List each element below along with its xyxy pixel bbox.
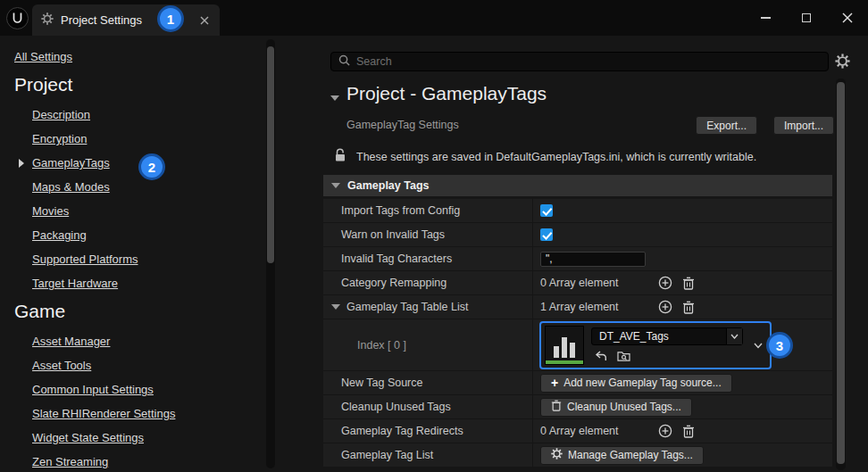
row-index-0: Index [ 0 ] DT_AVE_Tags	[323, 319, 832, 371]
titlebar: Project Settings	[0, 0, 868, 36]
property-label: Invalid Tag Characters	[323, 247, 533, 270]
add-element-icon[interactable]	[657, 299, 673, 315]
close-button[interactable]	[827, 0, 868, 36]
category-label: Gameplay Tags	[347, 179, 429, 192]
search-input[interactable]	[356, 55, 821, 68]
tab-project-settings[interactable]: Project Settings	[32, 4, 220, 36]
import-tags-checkbox[interactable]	[540, 204, 553, 217]
row-invalid-tag-characters: Invalid Tag Characters	[323, 247, 832, 271]
property-label: Gameplay Tag Table List	[346, 301, 468, 313]
sidebar-item-common-input-settings[interactable]: Common Input Settings	[32, 383, 154, 396]
project-settings-icon	[41, 12, 54, 28]
property-label: Category Remapping	[323, 271, 533, 294]
category-gameplay-tags[interactable]: Gameplay Tags	[323, 175, 832, 196]
minimize-button[interactable]	[745, 0, 786, 36]
main-scrollbar[interactable]	[836, 79, 846, 470]
sidebar-scrollbar-thumb[interactable]	[267, 46, 274, 263]
import-button[interactable]: Import...	[773, 116, 834, 135]
annotation-badge-1: 1	[157, 5, 184, 32]
project-settings-window: Project Settings All Settings Project De…	[0, 0, 868, 472]
sidebar-item-zen-streaming[interactable]: Zen Streaming	[32, 455, 108, 468]
gear-icon	[551, 448, 563, 462]
row-new-tag-source: New Tag Source + Add new Gameplay Tag so…	[323, 371, 832, 395]
delete-elements-trash-icon[interactable]	[681, 300, 696, 315]
asset-name: DT_AVE_Tags	[592, 330, 726, 343]
sidebar-item-supported-platforms[interactable]: Supported Platforms	[32, 253, 138, 266]
maximize-button[interactable]	[786, 0, 827, 36]
add-element-icon[interactable]	[657, 275, 673, 291]
row-gameplay-tag-table-list: Gameplay Tag Table List 1 Array element	[323, 295, 832, 319]
sidebar-item-all-settings[interactable]: All Settings	[14, 50, 72, 63]
row-collapse-icon[interactable]	[331, 304, 340, 310]
sidebar-item-maps-modes[interactable]: Maps & Modes	[32, 180, 110, 194]
sidebar-item-description[interactable]: Description	[32, 108, 90, 121]
property-label: Gameplay Tag Redirects	[323, 419, 533, 443]
cleanup-unused-tags-button[interactable]: Cleanup Unused Tags...	[540, 398, 692, 417]
sidebar-item-target-hardware[interactable]: Target Hardware	[32, 277, 118, 290]
sidebar-scrollbar[interactable]	[266, 39, 275, 468]
warn-invalid-tags-checkbox[interactable]	[540, 228, 553, 241]
sidebar-item-widget-state-settings[interactable]: Widget State Settings	[32, 431, 144, 444]
settings-sidebar: All Settings Project Description Encrypt…	[0, 36, 264, 472]
property-label: New Tag Source	[323, 371, 533, 394]
main-scrollbar-thumb[interactable]	[837, 82, 845, 464]
export-button[interactable]: Export...	[696, 116, 757, 135]
manage-gameplay-tags-button[interactable]: Manage Gameplay Tags...	[540, 446, 704, 465]
datatable-thumbnail[interactable]	[545, 326, 584, 365]
page-subtitle: GameplayTag Settings	[346, 119, 459, 131]
sidebar-item-encryption[interactable]: Encryption	[32, 132, 87, 145]
annotation-badge-2: 2	[138, 153, 165, 180]
sidebar-item-packaging[interactable]: Packaging	[32, 228, 87, 242]
property-label: Import Tags from Config	[323, 199, 533, 222]
invalid-tag-characters-input[interactable]	[540, 252, 646, 267]
property-label: Index [ 0 ]	[323, 319, 533, 370]
array-count-text: 0 Array element	[540, 277, 649, 289]
settings-gear-icon[interactable]	[835, 54, 850, 71]
search-bar[interactable]	[330, 52, 829, 71]
add-element-icon[interactable]	[657, 423, 673, 439]
bar-chart-icon	[554, 346, 559, 358]
chevron-down-icon	[726, 328, 742, 344]
row-warn-on-invalid-tags: Warn on Invalid Tags	[323, 223, 832, 247]
datatable-type-strip	[546, 360, 583, 364]
search-icon	[338, 54, 350, 69]
row-cleanup-unused-tags: Cleanup Unused Tags Cleanup Unused Tags.…	[323, 395, 832, 419]
sidebar-item-asset-manager[interactable]: Asset Manager	[32, 335, 110, 348]
section-collapse-icon[interactable]	[330, 95, 339, 101]
settings-main-panel: Project - GameplayTags GameplayTag Setti…	[323, 36, 868, 472]
row-gameplay-tag-redirects: Gameplay Tag Redirects 0 Array element	[323, 419, 832, 443]
asset-select-dropdown[interactable]: DT_AVE_Tags	[591, 327, 743, 345]
property-label: Warn on Invalid Tags	[323, 223, 533, 246]
sidebar-item-gameplaytags[interactable]: GameplayTags	[32, 156, 110, 170]
sidebar-item-slate-rhirenderer-settings[interactable]: Slate RHIRenderer Settings	[32, 407, 175, 420]
delete-elements-trash-icon[interactable]	[681, 424, 696, 439]
row-gameplay-tag-list: Gameplay Tag List Manage Gameplay Tags..…	[323, 443, 832, 468]
property-rows: Gameplay Tags Import Tags from Config Wa…	[323, 175, 832, 468]
browse-to-asset-icon[interactable]	[616, 349, 631, 362]
add-new-gameplay-tag-source-button[interactable]: + Add new Gameplay Tag source...	[540, 374, 732, 393]
row-category-remapping: Category Remapping 0 Array element	[323, 271, 832, 295]
sidebar-item-asset-tools[interactable]: Asset Tools	[32, 359, 91, 372]
property-label: Cleanup Unused Tags	[323, 395, 533, 418]
category-collapse-icon[interactable]	[331, 183, 340, 188]
window-controls	[745, 0, 868, 36]
annotation-badge-3: 3	[766, 332, 793, 359]
sidebar-section-game: Game	[14, 301, 264, 322]
tab-close-icon[interactable]	[198, 14, 211, 27]
use-selected-asset-icon[interactable]	[594, 349, 608, 362]
trash-icon	[551, 400, 562, 414]
sidebar-item-movies[interactable]: Movies	[32, 204, 69, 218]
config-file-notice-text: These settings are saved in DefaultGamep…	[356, 151, 756, 163]
bar-chart-icon	[570, 343, 575, 358]
sidebar-section-project: Project	[14, 74, 264, 95]
expand-chevron-icon[interactable]	[754, 338, 763, 352]
array-count-text: 0 Array element	[540, 425, 649, 437]
delete-elements-trash-icon[interactable]	[681, 276, 696, 291]
selected-item-triangle-icon	[19, 159, 24, 168]
property-label: Gameplay Tag List	[323, 443, 533, 467]
config-file-notice: These settings are saved in DefaultGamep…	[334, 148, 756, 165]
page-title: Project - GameplayTags	[346, 83, 547, 104]
row-import-tags-from-config: Import Tags from Config	[323, 199, 832, 223]
bar-chart-icon	[562, 337, 567, 358]
array-count-text: 1 Array element	[540, 301, 649, 313]
